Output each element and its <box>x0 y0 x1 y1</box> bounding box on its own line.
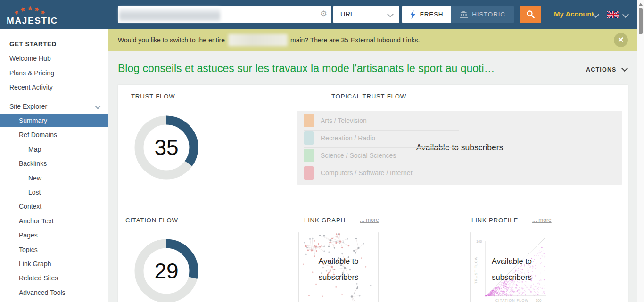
redacted-domain-blur <box>228 34 288 46</box>
sidebar-item-related-sites[interactable]: Related Sites <box>0 271 108 285</box>
my-account-menu[interactable]: My Account <box>554 10 594 18</box>
bank-icon <box>460 11 468 18</box>
citation-flow-value: 29 <box>154 259 178 283</box>
divider <box>304 147 459 148</box>
switch-domain-notification: Would you like to switch to the entirema… <box>108 29 637 51</box>
sidebar-heading: GET STARTED <box>0 38 108 51</box>
sidebar-item-link-graph[interactable]: Link Graph <box>0 257 108 270</box>
link-graph-heading: LINK GRAPH <box>304 217 346 224</box>
url-search-field: ⚙ <box>118 6 331 23</box>
sidebar-item-label: Plans & Pricing <box>9 69 54 77</box>
bucket-selector-dropdown[interactable]: URL <box>333 6 399 23</box>
subscriber-overlay-text: subscribers <box>471 273 553 282</box>
sidebar-item-label: Map <box>28 146 41 153</box>
logo-text: MAJESTIC <box>7 16 58 26</box>
sidebar-item-label: New <box>28 174 41 182</box>
topic-color-swatch <box>304 149 314 162</box>
chevron-down-icon <box>95 103 101 109</box>
notification-text-before: Would you like to switch to the entire <box>118 36 225 44</box>
citation-flow-gauge: 29 <box>134 239 198 302</box>
sidebar-item-label: Site Explorer <box>9 103 47 110</box>
close-icon[interactable]: × <box>614 33 628 47</box>
sidebar-item-summary[interactable]: Summary <box>0 114 108 127</box>
sidebar-item-anchor-text[interactable]: Anchor Text <box>0 214 108 228</box>
sidebar-item-label: GET STARTED <box>9 41 57 48</box>
trust-flow-gauge: 35 <box>134 115 198 180</box>
sidebar-item-new[interactable]: New <box>0 171 108 185</box>
sidebar-item-label: Advanced Tools <box>19 289 66 296</box>
chevron-down-icon <box>387 11 394 17</box>
sidebar-item-label: Related Sites <box>19 274 58 282</box>
sidebar-item-backlinks[interactable]: Backlinks <box>0 157 108 170</box>
link-profile-more-link[interactable]: ... more <box>532 217 552 223</box>
link-profile-heading: LINK PROFILE <box>471 217 518 224</box>
link-profile-preview: 100 TRUST FLOW CITATION FLOW 100 Availab… <box>470 232 553 302</box>
scrollbar-thumb[interactable] <box>639 8 643 34</box>
subscriber-overlay-text: Available to <box>299 257 378 266</box>
scroll-up-arrow[interactable] <box>639 3 643 6</box>
link-graph-preview: Available to subscribers <box>298 232 379 302</box>
network-graph-thumbnail <box>299 232 378 302</box>
majestic-app: ★ ★ ★ ★ ★ MAJESTIC ⚙ URL FRESH <box>0 0 644 302</box>
sidebar-item-label: Context <box>19 203 41 210</box>
gear-icon[interactable]: ⚙ <box>320 9 327 19</box>
sidebar-item-label: Ref Domains <box>19 131 57 139</box>
sidebar-nav: GET STARTEDWelcome HubPlans & PricingRec… <box>0 29 108 302</box>
external-links-count-link[interactable]: 35 <box>341 36 348 44</box>
sidebar-item-label: Anchor Text <box>19 217 54 225</box>
search-button[interactable] <box>520 6 541 23</box>
sidebar-item-recent-activity[interactable]: Recent Activity <box>0 81 108 94</box>
divider <box>304 130 459 131</box>
notification-text: Would you like to switch to the entirema… <box>118 29 420 51</box>
uk-flag-icon[interactable] <box>607 11 619 18</box>
topic-color-swatch <box>304 131 314 145</box>
sidebar-item-label: Lost <box>28 188 41 196</box>
sidebar-item-label: Welcome Hub <box>9 55 51 62</box>
topical-trust-flow-heading: TOPICAL TRUST FLOW <box>331 93 406 100</box>
scatter-chart-thumbnail: 100 TRUST FLOW CITATION FLOW 100 <box>471 232 553 302</box>
topic-color-swatch <box>304 114 314 127</box>
citation-flow-heading: CITATION FLOW <box>125 217 178 224</box>
subscriber-overlay-text: subscribers <box>299 273 378 282</box>
sidebar-item-context[interactable]: Context <box>0 200 108 213</box>
sidebar-item-ref-domains[interactable]: Ref Domains <box>0 128 108 141</box>
sidebar-item-plans-pricing[interactable]: Plans & Pricing <box>0 66 108 80</box>
sidebar-item-welcome-hub[interactable]: Welcome Hub <box>0 52 108 65</box>
sidebar-item-site-explorer[interactable]: Site Explorer <box>0 100 108 113</box>
sidebar-item-label: Summary <box>19 117 47 124</box>
actions-dropdown[interactable]: ACTIONS <box>586 66 627 73</box>
top-header: ★ ★ ★ ★ ★ MAJESTIC ⚙ URL FRESH <box>0 0 637 29</box>
historic-index-button[interactable]: HISTORIC <box>451 6 514 23</box>
trust-flow-value: 35 <box>154 135 178 160</box>
majestic-logo[interactable]: ★ ★ ★ ★ ★ MAJESTIC <box>7 2 58 27</box>
y-axis-max-label: 100 <box>476 239 482 244</box>
redacted-query-blur <box>119 8 220 21</box>
trust-flow-heading: TRUST FLOW <box>131 93 175 100</box>
link-graph-more-link[interactable]: ... more <box>360 217 379 223</box>
sidebar-item-pages[interactable]: Pages <box>0 229 108 242</box>
topical-trust-flow-panel: Available to subscribers Arts / Televisi… <box>297 111 622 185</box>
logo-stars-icon: ★ ★ ★ ★ ★ <box>13 4 51 16</box>
sidebar-item-label: Recent Activity <box>9 83 53 91</box>
index-toggle: FRESH HISTORIC <box>402 6 514 23</box>
notification-text-end: External Inbound Links. <box>351 36 420 44</box>
vertical-scrollbar[interactable] <box>637 0 644 302</box>
sidebar-item-lost[interactable]: Lost <box>0 186 108 199</box>
fresh-index-button[interactable]: FRESH <box>402 6 451 23</box>
notification-text-after: main? There are <box>290 36 339 44</box>
sidebar-item-topics[interactable]: Topics <box>0 243 108 256</box>
sidebar-item-label: Backlinks <box>19 160 47 167</box>
search-icon <box>526 10 535 19</box>
page-title: Blog conseils et astuces sur les travaux… <box>118 62 570 75</box>
topic-label: Science / Social Sciences <box>321 149 396 162</box>
topic-label: Computers / Software / Internet <box>321 166 413 180</box>
summary-card: TRUST FLOW 35 TOPICAL TRUST FLOW Availab… <box>118 85 628 302</box>
x-axis-label: CITATION FLOW <box>495 298 529 302</box>
sidebar-item-label: Topics <box>19 246 38 253</box>
chevron-down-icon[interactable] <box>622 11 629 18</box>
fresh-label: FRESH <box>420 11 444 18</box>
sidebar-item-map[interactable]: Map <box>0 143 108 156</box>
lightning-icon <box>410 10 416 19</box>
sidebar-item-advanced-tools[interactable]: Advanced Tools <box>0 286 108 299</box>
historic-label: HISTORIC <box>472 11 505 18</box>
